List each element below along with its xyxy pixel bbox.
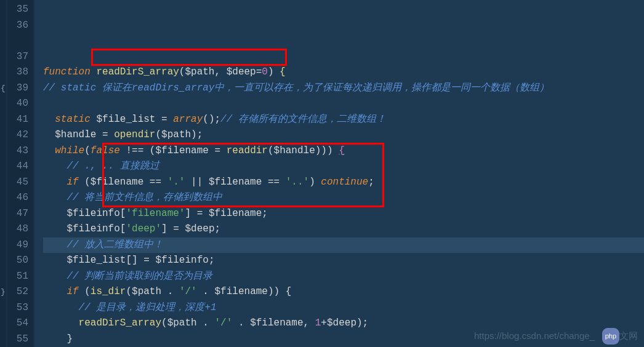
code-token xyxy=(185,177,191,188)
code-area[interactable]: function readDirS_array($path, $deep=0) … xyxy=(34,0,644,347)
code-line[interactable]: $file_list[] = $fileinfo; xyxy=(43,253,644,269)
code-line[interactable]: // ., .. 直接跳过 xyxy=(43,159,644,175)
code-token: . xyxy=(203,286,209,297)
code-token: (); xyxy=(203,114,220,125)
code-token: ] xyxy=(161,223,173,234)
code-token: == xyxy=(268,177,280,188)
line-number: 43 xyxy=(7,143,28,159)
line-number: 42 xyxy=(7,127,28,143)
code-token: = xyxy=(215,145,221,156)
fold-brace-icon[interactable]: } xyxy=(1,284,6,300)
code-token: $fileinfo xyxy=(155,255,208,266)
code-token: ] xyxy=(185,208,196,219)
line-number: 55 xyxy=(7,332,28,348)
code-token xyxy=(150,255,156,266)
code-token: ); xyxy=(191,129,203,140)
fold-column: {} xyxy=(0,0,7,347)
code-token xyxy=(244,317,251,329)
code-token xyxy=(108,129,115,140)
code-token xyxy=(43,317,79,329)
code-line[interactable]: // 判断当前读取到的是否为目录 xyxy=(43,269,644,285)
line-number: 41 xyxy=(7,112,28,128)
code-token: $filename xyxy=(91,177,143,188)
line-number: 39 xyxy=(7,81,28,97)
code-token xyxy=(43,145,55,156)
code-token: // 存储所有的文件信息，二维数组！ xyxy=(220,114,386,125)
line-number: 54 xyxy=(7,316,28,332)
code-token: } xyxy=(43,333,73,345)
code-token: = xyxy=(143,255,150,266)
code-token: false xyxy=(91,145,120,156)
code-token: [] xyxy=(126,255,143,266)
code-token: ) xyxy=(309,177,321,188)
line-number: 50 xyxy=(7,253,28,269)
code-token: ( xyxy=(155,129,161,140)
code-token: continue xyxy=(321,177,368,188)
code-line[interactable]: if ($filename == '.' || $filename == '..… xyxy=(43,175,644,191)
code-token: '/' xyxy=(179,286,197,297)
code-token: ( xyxy=(179,66,185,78)
fold-brace-icon[interactable]: { xyxy=(1,81,6,97)
code-token xyxy=(209,286,215,297)
code-token: readdir xyxy=(227,145,268,156)
code-token: $file_list xyxy=(96,114,155,125)
code-token xyxy=(197,317,203,329)
code-token: . xyxy=(167,286,174,297)
code-line[interactable]: static $file_list = array();// 存储所有的文件信息… xyxy=(43,112,644,128)
code-token xyxy=(43,177,66,188)
code-token: !== xyxy=(126,145,143,156)
code-line[interactable]: if (is_dir($path . '/' . $filename)) { xyxy=(43,284,644,300)
highlight-box-1 xyxy=(91,49,287,66)
code-token: ); xyxy=(356,317,368,329)
code-token: $deep xyxy=(327,317,356,329)
code-line[interactable]: $fileinfo['filename'] = $filename; xyxy=(43,206,644,222)
code-token xyxy=(161,286,167,297)
code-token: ) xyxy=(268,66,280,78)
code-line[interactable]: while(false !== ($filename = readdir($ha… xyxy=(43,143,644,159)
code-token xyxy=(91,114,97,125)
code-line[interactable]: // 是目录，递归处理，深度+1 xyxy=(43,300,644,316)
code-token: $filename xyxy=(155,145,208,156)
code-line[interactable]: $fileinfo['deep'] = $deep; xyxy=(43,221,644,237)
code-line[interactable]: function readDirS_array($path, $deep=0) … xyxy=(43,65,644,81)
code-line[interactable]: // 放入二维数组中！ xyxy=(43,237,644,253)
code-token: 'deep' xyxy=(126,223,161,234)
code-token: = xyxy=(173,223,179,234)
code-token: if xyxy=(66,177,78,188)
code-token: ; xyxy=(262,208,268,219)
code-token xyxy=(280,177,286,188)
line-number: 40 xyxy=(7,96,28,112)
code-token: == xyxy=(150,177,161,188)
code-token: [ xyxy=(120,208,126,219)
code-token: static xyxy=(55,114,91,125)
code-token xyxy=(220,145,227,156)
code-token: ( xyxy=(161,317,167,329)
code-editor[interactable]: {} 3536373839404142434445464748495051525… xyxy=(0,0,644,347)
code-token: ( xyxy=(79,286,91,297)
code-token: 'filename' xyxy=(126,208,185,219)
code-token: $fileinfo xyxy=(66,223,119,234)
code-token: = xyxy=(102,129,108,140)
line-number: 35 xyxy=(7,2,28,18)
code-token: $path xyxy=(167,317,197,329)
code-token xyxy=(120,145,126,156)
code-token: function xyxy=(43,66,91,78)
code-token xyxy=(197,286,203,297)
code-token: $filename xyxy=(250,317,303,329)
code-line[interactable]: // 将当前文件信息，存储到数组中 xyxy=(43,190,644,206)
code-token: = xyxy=(256,66,262,78)
code-line[interactable]: // static 保证在readDirs_array中，一直可以存在，为了保证… xyxy=(43,81,644,112)
code-token: // 将当前文件信息，存储到数组中 xyxy=(66,192,222,203)
code-token: = xyxy=(161,114,167,125)
code-token xyxy=(167,114,174,125)
code-token xyxy=(203,208,209,219)
code-token: ; xyxy=(209,255,215,266)
line-number: 44 xyxy=(7,159,28,175)
code-token: $path xyxy=(161,129,191,140)
code-token xyxy=(43,239,66,250)
code-token xyxy=(161,177,167,188)
code-token: '.' xyxy=(167,177,185,188)
code-token: $deep xyxy=(185,223,214,234)
code-token xyxy=(43,161,66,172)
code-line[interactable]: $handle = opendir($path); xyxy=(43,127,644,143)
